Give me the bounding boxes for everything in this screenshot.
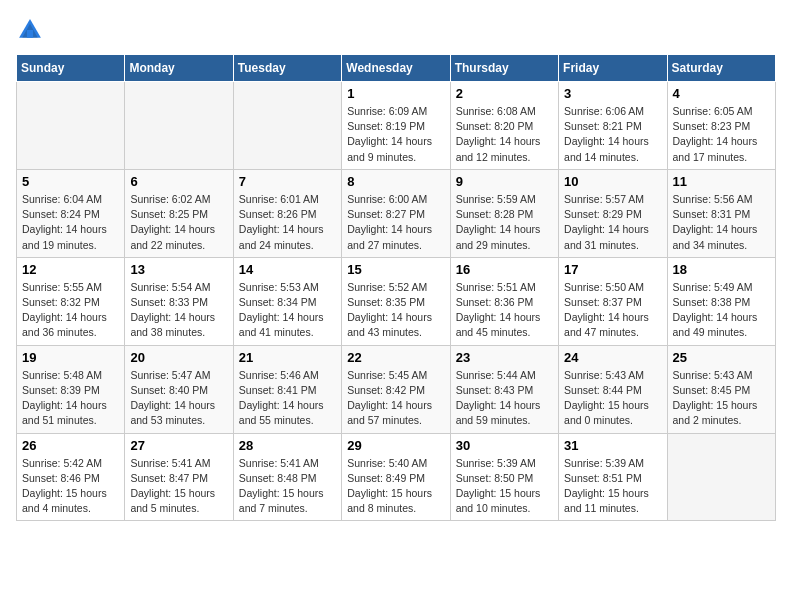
logo-icon bbox=[16, 16, 44, 44]
calendar-cell: 17Sunrise: 5:50 AM Sunset: 8:37 PM Dayli… bbox=[559, 257, 667, 345]
day-number: 22 bbox=[347, 350, 444, 365]
calendar-cell: 7Sunrise: 6:01 AM Sunset: 8:26 PM Daylig… bbox=[233, 169, 341, 257]
calendar-cell: 3Sunrise: 6:06 AM Sunset: 8:21 PM Daylig… bbox=[559, 82, 667, 170]
day-number: 30 bbox=[456, 438, 553, 453]
weekday-header-friday: Friday bbox=[559, 55, 667, 82]
day-number: 6 bbox=[130, 174, 227, 189]
calendar-cell: 18Sunrise: 5:49 AM Sunset: 8:38 PM Dayli… bbox=[667, 257, 775, 345]
calendar-cell: 26Sunrise: 5:42 AM Sunset: 8:46 PM Dayli… bbox=[17, 433, 125, 521]
day-info: Sunrise: 5:51 AM Sunset: 8:36 PM Dayligh… bbox=[456, 280, 553, 341]
weekday-header-thursday: Thursday bbox=[450, 55, 558, 82]
day-number: 26 bbox=[22, 438, 119, 453]
day-info: Sunrise: 6:05 AM Sunset: 8:23 PM Dayligh… bbox=[673, 104, 770, 165]
day-number: 14 bbox=[239, 262, 336, 277]
weekday-header-sunday: Sunday bbox=[17, 55, 125, 82]
day-number: 7 bbox=[239, 174, 336, 189]
day-number: 18 bbox=[673, 262, 770, 277]
day-info: Sunrise: 5:55 AM Sunset: 8:32 PM Dayligh… bbox=[22, 280, 119, 341]
day-number: 4 bbox=[673, 86, 770, 101]
calendar-cell: 2Sunrise: 6:08 AM Sunset: 8:20 PM Daylig… bbox=[450, 82, 558, 170]
weekday-header-saturday: Saturday bbox=[667, 55, 775, 82]
day-number: 11 bbox=[673, 174, 770, 189]
day-info: Sunrise: 5:43 AM Sunset: 8:45 PM Dayligh… bbox=[673, 368, 770, 429]
calendar-week-1: 1Sunrise: 6:09 AM Sunset: 8:19 PM Daylig… bbox=[17, 82, 776, 170]
calendar-table: SundayMondayTuesdayWednesdayThursdayFrid… bbox=[16, 54, 776, 521]
day-info: Sunrise: 5:42 AM Sunset: 8:46 PM Dayligh… bbox=[22, 456, 119, 517]
weekday-header-tuesday: Tuesday bbox=[233, 55, 341, 82]
page-header bbox=[16, 16, 776, 44]
day-info: Sunrise: 6:01 AM Sunset: 8:26 PM Dayligh… bbox=[239, 192, 336, 253]
day-number: 27 bbox=[130, 438, 227, 453]
svg-rect-2 bbox=[27, 30, 33, 38]
calendar-week-2: 5Sunrise: 6:04 AM Sunset: 8:24 PM Daylig… bbox=[17, 169, 776, 257]
day-info: Sunrise: 5:48 AM Sunset: 8:39 PM Dayligh… bbox=[22, 368, 119, 429]
calendar-cell: 24Sunrise: 5:43 AM Sunset: 8:44 PM Dayli… bbox=[559, 345, 667, 433]
day-info: Sunrise: 6:09 AM Sunset: 8:19 PM Dayligh… bbox=[347, 104, 444, 165]
day-info: Sunrise: 6:08 AM Sunset: 8:20 PM Dayligh… bbox=[456, 104, 553, 165]
calendar-cell: 25Sunrise: 5:43 AM Sunset: 8:45 PM Dayli… bbox=[667, 345, 775, 433]
day-number: 28 bbox=[239, 438, 336, 453]
calendar-cell: 16Sunrise: 5:51 AM Sunset: 8:36 PM Dayli… bbox=[450, 257, 558, 345]
day-info: Sunrise: 5:52 AM Sunset: 8:35 PM Dayligh… bbox=[347, 280, 444, 341]
day-info: Sunrise: 5:41 AM Sunset: 8:48 PM Dayligh… bbox=[239, 456, 336, 517]
day-number: 2 bbox=[456, 86, 553, 101]
day-info: Sunrise: 6:04 AM Sunset: 8:24 PM Dayligh… bbox=[22, 192, 119, 253]
weekday-header-monday: Monday bbox=[125, 55, 233, 82]
day-info: Sunrise: 5:54 AM Sunset: 8:33 PM Dayligh… bbox=[130, 280, 227, 341]
day-info: Sunrise: 6:06 AM Sunset: 8:21 PM Dayligh… bbox=[564, 104, 661, 165]
day-info: Sunrise: 5:57 AM Sunset: 8:29 PM Dayligh… bbox=[564, 192, 661, 253]
day-info: Sunrise: 6:00 AM Sunset: 8:27 PM Dayligh… bbox=[347, 192, 444, 253]
day-info: Sunrise: 5:44 AM Sunset: 8:43 PM Dayligh… bbox=[456, 368, 553, 429]
calendar-cell bbox=[125, 82, 233, 170]
calendar-week-3: 12Sunrise: 5:55 AM Sunset: 8:32 PM Dayli… bbox=[17, 257, 776, 345]
day-number: 23 bbox=[456, 350, 553, 365]
day-info: Sunrise: 5:47 AM Sunset: 8:40 PM Dayligh… bbox=[130, 368, 227, 429]
day-number: 13 bbox=[130, 262, 227, 277]
day-info: Sunrise: 5:50 AM Sunset: 8:37 PM Dayligh… bbox=[564, 280, 661, 341]
day-number: 25 bbox=[673, 350, 770, 365]
day-info: Sunrise: 5:39 AM Sunset: 8:50 PM Dayligh… bbox=[456, 456, 553, 517]
calendar-cell: 12Sunrise: 5:55 AM Sunset: 8:32 PM Dayli… bbox=[17, 257, 125, 345]
day-number: 9 bbox=[456, 174, 553, 189]
calendar-cell bbox=[233, 82, 341, 170]
day-number: 1 bbox=[347, 86, 444, 101]
day-number: 10 bbox=[564, 174, 661, 189]
day-number: 5 bbox=[22, 174, 119, 189]
day-info: Sunrise: 5:45 AM Sunset: 8:42 PM Dayligh… bbox=[347, 368, 444, 429]
day-number: 20 bbox=[130, 350, 227, 365]
calendar-cell bbox=[17, 82, 125, 170]
day-number: 24 bbox=[564, 350, 661, 365]
calendar-cell: 20Sunrise: 5:47 AM Sunset: 8:40 PM Dayli… bbox=[125, 345, 233, 433]
day-number: 29 bbox=[347, 438, 444, 453]
calendar-cell: 5Sunrise: 6:04 AM Sunset: 8:24 PM Daylig… bbox=[17, 169, 125, 257]
calendar-cell: 9Sunrise: 5:59 AM Sunset: 8:28 PM Daylig… bbox=[450, 169, 558, 257]
calendar-cell: 22Sunrise: 5:45 AM Sunset: 8:42 PM Dayli… bbox=[342, 345, 450, 433]
day-number: 31 bbox=[564, 438, 661, 453]
day-info: Sunrise: 5:46 AM Sunset: 8:41 PM Dayligh… bbox=[239, 368, 336, 429]
calendar-week-5: 26Sunrise: 5:42 AM Sunset: 8:46 PM Dayli… bbox=[17, 433, 776, 521]
calendar-cell: 1Sunrise: 6:09 AM Sunset: 8:19 PM Daylig… bbox=[342, 82, 450, 170]
calendar-cell: 6Sunrise: 6:02 AM Sunset: 8:25 PM Daylig… bbox=[125, 169, 233, 257]
calendar-cell: 21Sunrise: 5:46 AM Sunset: 8:41 PM Dayli… bbox=[233, 345, 341, 433]
day-number: 15 bbox=[347, 262, 444, 277]
day-number: 16 bbox=[456, 262, 553, 277]
day-number: 8 bbox=[347, 174, 444, 189]
day-info: Sunrise: 5:59 AM Sunset: 8:28 PM Dayligh… bbox=[456, 192, 553, 253]
day-number: 19 bbox=[22, 350, 119, 365]
day-info: Sunrise: 5:53 AM Sunset: 8:34 PM Dayligh… bbox=[239, 280, 336, 341]
calendar-cell: 14Sunrise: 5:53 AM Sunset: 8:34 PM Dayli… bbox=[233, 257, 341, 345]
calendar-cell: 15Sunrise: 5:52 AM Sunset: 8:35 PM Dayli… bbox=[342, 257, 450, 345]
calendar-cell: 8Sunrise: 6:00 AM Sunset: 8:27 PM Daylig… bbox=[342, 169, 450, 257]
calendar-cell: 29Sunrise: 5:40 AM Sunset: 8:49 PM Dayli… bbox=[342, 433, 450, 521]
calendar-week-4: 19Sunrise: 5:48 AM Sunset: 8:39 PM Dayli… bbox=[17, 345, 776, 433]
day-number: 12 bbox=[22, 262, 119, 277]
calendar-cell: 27Sunrise: 5:41 AM Sunset: 8:47 PM Dayli… bbox=[125, 433, 233, 521]
weekday-header-row: SundayMondayTuesdayWednesdayThursdayFrid… bbox=[17, 55, 776, 82]
calendar-cell: 11Sunrise: 5:56 AM Sunset: 8:31 PM Dayli… bbox=[667, 169, 775, 257]
calendar-cell: 30Sunrise: 5:39 AM Sunset: 8:50 PM Dayli… bbox=[450, 433, 558, 521]
day-info: Sunrise: 5:40 AM Sunset: 8:49 PM Dayligh… bbox=[347, 456, 444, 517]
calendar-cell: 19Sunrise: 5:48 AM Sunset: 8:39 PM Dayli… bbox=[17, 345, 125, 433]
day-info: Sunrise: 5:49 AM Sunset: 8:38 PM Dayligh… bbox=[673, 280, 770, 341]
calendar-cell: 31Sunrise: 5:39 AM Sunset: 8:51 PM Dayli… bbox=[559, 433, 667, 521]
calendar-cell: 28Sunrise: 5:41 AM Sunset: 8:48 PM Dayli… bbox=[233, 433, 341, 521]
